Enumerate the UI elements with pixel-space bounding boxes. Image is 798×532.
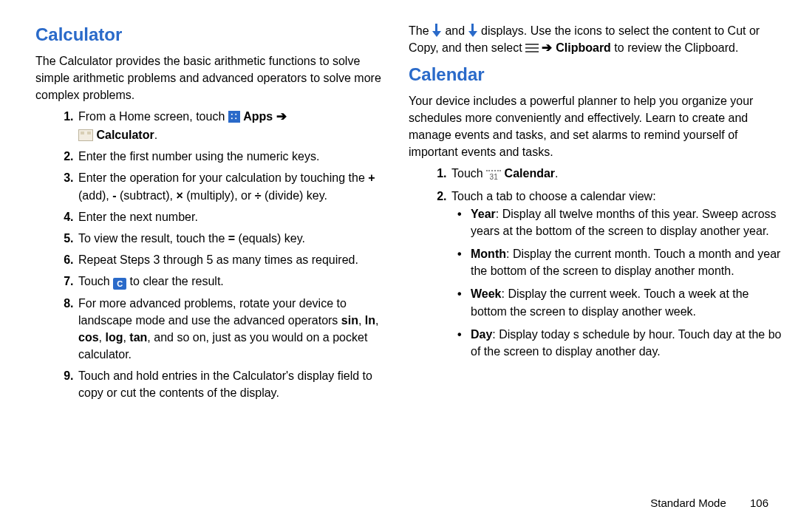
clear-button-icon: C (113, 278, 126, 290)
sin-op: sin (341, 314, 358, 327)
text: . (154, 129, 157, 141)
text: Touch (451, 167, 486, 180)
calculator-steps: From a Home screen, touch Apps ➔ Calcula… (35, 108, 388, 401)
menu-icon (525, 43, 539, 53)
label: Year (471, 208, 496, 220)
step-9: Touch and hold entries in the Calculator… (77, 367, 388, 401)
step-7: Touch C to clear the result. (77, 273, 388, 290)
text: (subtract), (117, 189, 177, 202)
apps-grid-icon (228, 111, 240, 123)
step-8: For more advanced problems, rotate your … (77, 295, 388, 364)
text: : Display the current week. Touch a week… (471, 287, 749, 317)
clipboard-label: Clipboard (556, 41, 611, 54)
label: Day (471, 328, 492, 341)
cal-step-2: Touch a tab to choose a calendar view: Y… (450, 188, 782, 360)
text: To view the result, touch the (78, 232, 228, 245)
text: Touch a tab to choose a calendar view: (451, 190, 656, 202)
calculator-label: Calculator (96, 129, 154, 141)
text: to review the Clipboard. (611, 41, 739, 54)
view-day: Day: Display today s schedule by hour. T… (469, 326, 782, 360)
text: (multiply), or (183, 189, 255, 202)
manual-page: Calculator The Calculator provides the b… (0, 0, 798, 532)
log-op: log (105, 331, 123, 344)
step-6: Repeat Steps 3 through 5 as many times a… (77, 251, 388, 268)
page-footer: Standard Mode 106 (650, 495, 768, 511)
calendar-views: Year: Display all twelve months of this … (451, 205, 782, 361)
view-month: Month: Display the current month. Touch … (469, 245, 782, 279)
calculator-app-icon (78, 129, 93, 141)
selection-handle-left-icon (432, 24, 442, 37)
step-1: From a Home screen, touch Apps ➔ Calcula… (77, 108, 388, 143)
text: : Display today s schedule by hour. Touc… (471, 328, 781, 358)
view-year: Year: Display all twelve months of this … (469, 205, 782, 239)
text: (divide) key. (262, 189, 328, 202)
calculator-intro: The Calculator provides the basic arithm… (35, 52, 388, 104)
step-4: Enter the next number. (77, 208, 388, 225)
text: , (375, 314, 378, 327)
page-number: 106 (750, 497, 768, 509)
calendar-steps: Touch 31 Calendar. Touch a tab to choose… (409, 165, 782, 360)
text: to clear the result. (130, 275, 224, 287)
text: (add), (78, 189, 112, 202)
text: From a Home screen, touch (78, 110, 228, 123)
right-column: The and displays. Use the icons to selec… (409, 22, 782, 532)
clipboard-paragraph: The and displays. Use the icons to selec… (409, 22, 782, 58)
text: The (409, 24, 432, 37)
text: (equals) key. (235, 232, 305, 245)
text: For more advanced problems, rotate your … (78, 297, 347, 327)
left-column: Calculator The Calculator provides the b… (35, 22, 409, 532)
equals-key: = (228, 232, 235, 245)
calendar-intro: Your device includes a powerful planner … (409, 92, 782, 161)
arrow-icon: ➔ (542, 41, 556, 55)
calendar-heading: Calendar (409, 62, 782, 88)
step-2: Enter the first number using the numeric… (77, 148, 388, 165)
text: , (358, 314, 365, 327)
cal-step-1: Touch 31 Calendar. (450, 165, 782, 183)
calendar-label: Calendar (505, 167, 555, 180)
text: and (445, 24, 468, 37)
step-3: Enter the operation for your calculation… (77, 169, 388, 203)
multiply-key: × (176, 189, 183, 202)
apps-label: Apps (243, 110, 276, 123)
text: : Display the current month. Touch a mon… (471, 248, 780, 277)
text: Touch (78, 275, 113, 287)
step-5: To view the result, touch the = (equals)… (77, 230, 388, 247)
tan-op: tan (129, 331, 147, 344)
label: Month (471, 248, 506, 260)
selection-handle-right-icon (468, 24, 478, 37)
text: Enter the operation for your calculation… (78, 171, 368, 184)
plus-key: + (368, 171, 375, 184)
text: : Display all twelve months of this year… (471, 208, 777, 237)
cos-op: cos (78, 331, 99, 344)
calendar-app-icon: 31 (486, 170, 501, 183)
text: . (555, 167, 558, 180)
label: Week (471, 287, 502, 300)
arrow-icon: ➔ (276, 109, 287, 123)
divide-key: ÷ (255, 189, 262, 202)
footer-mode: Standard Mode (650, 497, 726, 509)
calculator-heading: Calculator (35, 22, 388, 48)
ln-op: ln (365, 314, 375, 327)
view-week: Week: Display the current week. Touch a … (469, 285, 782, 319)
